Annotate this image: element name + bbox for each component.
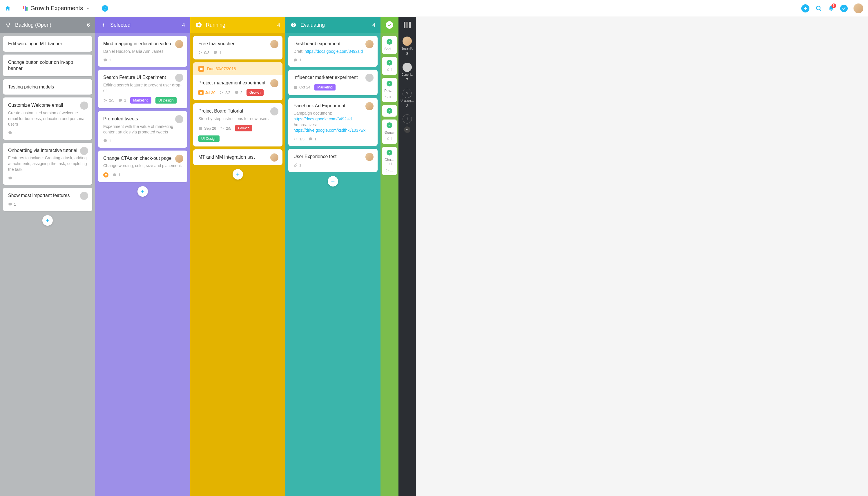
svg-line-3 bbox=[820, 9, 821, 11]
doc-link[interactable]: https://drive.google.com/ksdfhki/1037wx bbox=[294, 128, 365, 133]
assignee-avatar[interactable] bbox=[80, 147, 88, 155]
assignee-avatar[interactable] bbox=[365, 153, 374, 161]
comments-count: 1 bbox=[8, 131, 16, 135]
svg-rect-25 bbox=[294, 140, 295, 140]
card-description: Draft: https://docs.google.com/3492sld bbox=[294, 49, 373, 55]
column-header-running[interactable]: Running 4 bbox=[190, 17, 285, 33]
card[interactable]: Onboarding via interactive tutorial Feat… bbox=[3, 143, 92, 185]
info-icon[interactable]: i bbox=[102, 5, 108, 12]
add-card-button[interactable]: + bbox=[138, 186, 148, 197]
assignee-avatar[interactable] bbox=[365, 102, 374, 110]
board-selector[interactable]: Growth Experiments bbox=[23, 5, 90, 12]
mini-card[interactable]: ✓Con…1 bbox=[382, 120, 397, 144]
assignee-avatar[interactable] bbox=[80, 192, 88, 200]
card[interactable]: Project Board Tutorial Step-by-step inst… bbox=[193, 103, 283, 146]
card-title: Testing pricing models bbox=[8, 84, 87, 90]
add-card-button[interactable]: + bbox=[233, 169, 243, 180]
user-avatar[interactable] bbox=[853, 3, 863, 13]
tasks-icon[interactable] bbox=[840, 5, 848, 12]
subtasks-count: 2/3 bbox=[220, 91, 231, 95]
checkmark-icon: ✓ bbox=[386, 60, 392, 65]
doc-link[interactable]: https://docs.google.com/3492sld bbox=[304, 49, 363, 54]
comments-count: 1 bbox=[309, 137, 316, 141]
column-header-backlog[interactable]: Backlog (Open) 6 bbox=[0, 17, 95, 33]
attachments-count: 1 bbox=[294, 163, 301, 167]
sidebar-user-unassigned[interactable]: ? Unassig… 3 bbox=[398, 85, 416, 111]
search-icon[interactable] bbox=[815, 5, 822, 12]
card[interactable]: Dashboard experiment Draft: https://docs… bbox=[288, 36, 378, 67]
unassigned-icon: ? bbox=[403, 89, 412, 98]
card[interactable]: Change CTAs on check-out page Change wor… bbox=[98, 151, 187, 182]
card[interactable]: Show most important features 1 bbox=[3, 188, 92, 211]
assignee-avatar[interactable] bbox=[175, 155, 183, 163]
column-header-selected[interactable]: Selected 4 bbox=[95, 17, 190, 33]
column-header-done[interactable] bbox=[380, 17, 398, 33]
tag-marketing: Marketing bbox=[314, 84, 335, 91]
svg-rect-24 bbox=[294, 138, 295, 138]
card[interactable]: Promoted tweets Experiment with the valu… bbox=[98, 111, 187, 148]
mini-card[interactable]: ✓Soci… bbox=[382, 36, 397, 54]
star-icon: ★ bbox=[103, 172, 109, 177]
add-user-button[interactable]: + bbox=[403, 114, 412, 124]
column-done: ✓Soci… ✓1 ✓Pow…0… ✓ ✓Con…1 ✓Cha… test… bbox=[380, 17, 398, 496]
notification-badge: 5 bbox=[832, 3, 836, 8]
assignee-avatar[interactable] bbox=[175, 115, 183, 123]
add-card-button[interactable]: + bbox=[328, 176, 338, 186]
card-with-banner[interactable]: Due 30/07/2018 Project management experi… bbox=[193, 62, 283, 100]
card-title: Dashboard experiment bbox=[294, 41, 373, 47]
add-button[interactable] bbox=[801, 4, 809, 13]
add-card-button[interactable]: + bbox=[42, 215, 53, 226]
card[interactable]: Free trial voucher 0/3 1 bbox=[193, 36, 283, 60]
chevron-down-icon bbox=[86, 6, 90, 11]
sidebar-user[interactable]: Susan K. 8 bbox=[398, 33, 416, 59]
card[interactable]: Facebook Ad Experiment Campaign document… bbox=[288, 98, 378, 146]
card[interactable]: Influencer marketer experiment Oct 24 Ma… bbox=[288, 69, 378, 95]
tag-growth: Growth bbox=[235, 125, 252, 131]
column-backlog: Backlog (Open) 6 Edit wording in MT bann… bbox=[0, 17, 95, 496]
calendar-icon bbox=[199, 126, 202, 130]
home-icon[interactable] bbox=[5, 5, 11, 12]
column-title: Backlog (Open) bbox=[15, 22, 51, 28]
card[interactable]: Customize Welcome email Create customize… bbox=[3, 97, 92, 140]
calendar-icon bbox=[199, 66, 204, 72]
assignee-avatar[interactable] bbox=[175, 74, 183, 82]
card[interactable]: Mind mapping in education video Daniel H… bbox=[98, 36, 187, 67]
mini-card[interactable]: ✓Pow…0… bbox=[382, 78, 397, 102]
mini-card[interactable]: ✓ bbox=[382, 105, 397, 117]
svg-point-2 bbox=[816, 6, 820, 10]
card[interactable]: User Experience test 1 bbox=[288, 149, 378, 172]
user-count: 8 bbox=[406, 51, 408, 56]
svg-rect-8 bbox=[199, 51, 200, 52]
comment-icon bbox=[235, 91, 239, 95]
assignee-avatar[interactable] bbox=[175, 40, 183, 48]
mini-card[interactable]: ✓Cha… test… bbox=[382, 147, 397, 175]
notifications-icon[interactable]: 5 bbox=[828, 5, 834, 12]
assignee-avatar[interactable] bbox=[270, 40, 279, 48]
card[interactable]: Search Feature UI Experiment Editing sea… bbox=[98, 69, 187, 108]
lightbulb-icon bbox=[5, 22, 11, 28]
card[interactable]: MT and MM integration test bbox=[193, 150, 283, 165]
column-header-evaluating[interactable]: Evaluating 4 bbox=[285, 17, 380, 33]
assignee-avatar[interactable] bbox=[365, 40, 374, 48]
mini-card[interactable]: ✓1 bbox=[382, 57, 397, 75]
assignee-avatar[interactable] bbox=[270, 153, 279, 161]
card-title: Show most important features bbox=[8, 192, 87, 199]
checkmark-icon: ✓ bbox=[386, 122, 392, 128]
card[interactable]: Edit wording in MT banner bbox=[3, 36, 92, 52]
svg-rect-18 bbox=[221, 127, 222, 128]
sidebar-user[interactable]: Conor L. 7 bbox=[398, 59, 416, 85]
column-body-done: ✓Soci… ✓1 ✓Pow…0… ✓ ✓Con…1 ✓Cha… test… bbox=[380, 33, 398, 181]
card-title: MT and MM integration test bbox=[199, 154, 277, 160]
svg-rect-27 bbox=[385, 96, 386, 97]
assignee-avatar[interactable] bbox=[80, 102, 88, 110]
card-description: Step-by-step instructions for new users bbox=[199, 116, 277, 122]
assignee-avatar[interactable] bbox=[270, 107, 279, 115]
assignee-avatar[interactable] bbox=[365, 74, 374, 82]
assignee-avatar[interactable] bbox=[270, 79, 279, 87]
chevron-down-icon[interactable] bbox=[404, 126, 410, 133]
card[interactable]: Testing pricing models bbox=[3, 79, 92, 95]
doc-link[interactable]: https://docs.google.com/3492sld bbox=[294, 117, 352, 121]
card-description: Campaign document: https://docs.google.c… bbox=[294, 110, 373, 133]
swimlane-toggle[interactable] bbox=[398, 17, 416, 33]
card[interactable]: Change button colour on in-app banner bbox=[3, 55, 92, 76]
